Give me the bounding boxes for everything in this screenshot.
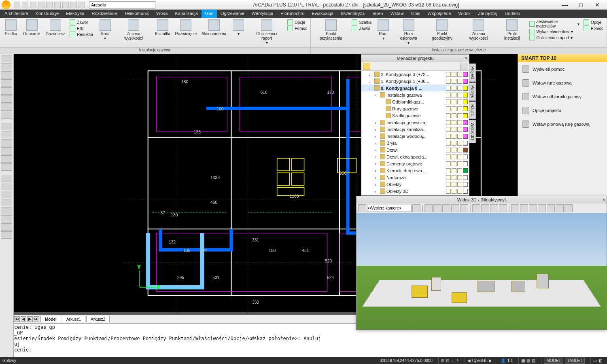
menu-tab-konstrukcje[interactable]: Konstrukcje bbox=[32, 10, 62, 18]
snap-toggle-icon[interactable]: ⊡ bbox=[446, 358, 449, 363]
view3d-tool-icon[interactable] bbox=[472, 204, 480, 212]
window-close-button[interactable]: ✕ bbox=[589, 0, 605, 10]
tool-icon[interactable] bbox=[1, 104, 12, 111]
menu-tab-architektura[interactable]: Architektura bbox=[1, 10, 32, 18]
tool-icon[interactable] bbox=[1, 231, 12, 239]
menu-tab-piorunochro[interactable]: Piorunochro bbox=[277, 10, 308, 18]
ribbon-rura-button[interactable]: Rura▾ bbox=[96, 19, 115, 41]
view3d-tool-icon[interactable] bbox=[565, 204, 573, 212]
ribbon-zawor2-button[interactable]: Zawór bbox=[352, 25, 371, 31]
qat-open-icon[interactable] bbox=[22, 2, 28, 8]
smart-item[interactable]: Wstaw rurę gazową bbox=[518, 76, 607, 90]
ribbon-profil-button[interactable]: Profil instalacji bbox=[497, 19, 526, 41]
ribbon-opcje1-button[interactable]: Opcje bbox=[287, 19, 307, 25]
smart-item[interactable]: Opcje projektu bbox=[518, 104, 607, 117]
qat-redo-icon[interactable] bbox=[54, 2, 61, 8]
visual-style-select[interactable] bbox=[89, 1, 155, 8]
view3d-tool-icon[interactable] bbox=[442, 204, 450, 212]
tool-icon[interactable] bbox=[1, 215, 12, 222]
view3d-tool-icon[interactable] bbox=[556, 204, 564, 212]
snap-toggle-icon[interactable]: ⌖ bbox=[456, 358, 459, 363]
menu-tab-woda[interactable]: Woda bbox=[153, 10, 172, 18]
tool-icon[interactable] bbox=[1, 155, 12, 163]
project-manager-panel[interactable]: Menadżer projektu× ›2. Kondygnacja 3 (+7… bbox=[361, 54, 469, 196]
menu-tab-widok[interactable]: Widok bbox=[454, 10, 474, 18]
ribbon-filtr-button[interactable]: Filtr bbox=[70, 25, 93, 31]
tab-model[interactable]: Model bbox=[40, 316, 61, 322]
tool-icon[interactable] bbox=[1, 71, 12, 78]
ribbon-zawor-button[interactable]: Zawór bbox=[70, 19, 93, 25]
tree-row[interactable]: Odbiorniki gaz... bbox=[361, 98, 469, 105]
tool-icon[interactable] bbox=[1, 131, 12, 138]
ribbon-zestawienie-button[interactable]: Zestawienie materiałów ▾ bbox=[529, 19, 579, 28]
menu-tab-dodatki[interactable]: Dodatki bbox=[501, 10, 523, 18]
menu-tab-elektryka[interactable]: Elektryka bbox=[62, 10, 88, 18]
sidetab-rzut 1[interactable]: Rzut 1 bbox=[469, 102, 476, 119]
status-tool-icon[interactable]: ▤ bbox=[526, 358, 530, 363]
ribbon-wykaz-button[interactable]: Wykaz elementów ▾ bbox=[529, 29, 579, 34]
project-manager-header[interactable]: Menadżer projektu× bbox=[361, 55, 469, 62]
view3d-tool-icon[interactable] bbox=[490, 204, 498, 212]
menu-tab-wentylacja[interactable]: Wentylacja bbox=[248, 10, 277, 18]
tool-icon[interactable] bbox=[1, 183, 12, 190]
tool-icon[interactable] bbox=[1, 191, 12, 198]
ribbon-szafka2-button[interactable]: Szafka bbox=[352, 19, 371, 25]
ribbon-ksztaltki-button[interactable]: Kształtki bbox=[153, 19, 172, 37]
tree-row[interactable]: ›Kierunki dróg ewa... bbox=[361, 167, 469, 174]
status-tool-icon[interactable]: ▦ bbox=[521, 358, 525, 363]
camera-select[interactable] bbox=[367, 205, 412, 212]
view3d-tool-icon[interactable] bbox=[481, 204, 489, 212]
close-icon[interactable]: × bbox=[465, 55, 468, 61]
menu-tab-inwentaryza[interactable]: Inwentaryza bbox=[337, 10, 368, 18]
tree-row[interactable]: ›1. Kondygnacja 1 (+36... bbox=[361, 78, 469, 85]
qat-save-icon[interactable] bbox=[30, 2, 36, 8]
view3d-panel[interactable]: Widok 3D - [Nieaktywny] × bbox=[356, 196, 607, 330]
view3d-header[interactable]: Widok 3D - [Nieaktywny] × bbox=[357, 196, 607, 203]
menu-tab-wstaw[interactable]: Wstaw bbox=[387, 10, 407, 18]
tree-row[interactable]: Szafki gazowe bbox=[361, 112, 469, 119]
view3d-scene[interactable] bbox=[357, 213, 607, 330]
ribbon-pomoc1-button[interactable]: Pomoc bbox=[287, 25, 307, 31]
tool-icon[interactable] bbox=[1, 112, 12, 119]
ribbon-punkt-geo-button[interactable]: Punkt geodezyjny bbox=[424, 19, 460, 41]
smart-item[interactable]: Wstaw odbiornik gazowy bbox=[518, 90, 607, 104]
view3d-tool-icon[interactable] bbox=[433, 204, 441, 212]
menu-tab-ogrzewanie[interactable]: Ogrzewanie bbox=[217, 10, 248, 18]
snap-toggle-icon[interactable]: ∟ bbox=[451, 358, 455, 363]
tool-icon[interactable] bbox=[1, 87, 12, 95]
tool-icon[interactable] bbox=[1, 199, 12, 206]
tool-icon[interactable] bbox=[1, 63, 12, 70]
ribbon-obliczenia2-button[interactable]: Obliczenia i raport ▾ bbox=[529, 35, 579, 40]
tab-arkusz1[interactable]: Arkusz1 bbox=[62, 316, 85, 322]
tab-first-icon[interactable]: ⏮ bbox=[14, 316, 20, 322]
smart-item[interactable]: Wyświetl pomoc bbox=[518, 62, 607, 76]
menu-tab-rozdzielnice[interactable]: Rozdzielnice bbox=[88, 10, 120, 18]
status-render[interactable]: ◀ OpenGL ▶ bbox=[465, 357, 495, 364]
tree-row[interactable]: ›Elementy prętowe bbox=[361, 160, 469, 167]
menu-tab-teren[interactable]: Teren bbox=[368, 10, 387, 18]
ribbon-rura-ext-button[interactable]: Rura▾ bbox=[374, 19, 393, 41]
status-tool-icon[interactable]: ◧ bbox=[599, 358, 602, 363]
menu-tab-gaz[interactable]: Gaz bbox=[202, 10, 217, 18]
tree-row[interactable]: ›Instalacja kanaliza... bbox=[361, 126, 469, 133]
ribbon-gazomierz-button[interactable]: Gazomierz bbox=[43, 19, 67, 37]
tool-icon[interactable] bbox=[1, 175, 12, 182]
ribbon-odbiornik-button[interactable]: Odbiornik bbox=[21, 19, 42, 37]
menu-tab-kanalizacja[interactable]: Kanalizacja bbox=[172, 10, 202, 18]
view3d-tool-icon[interactable] bbox=[451, 204, 459, 212]
qat-saveall-icon[interactable] bbox=[38, 2, 45, 8]
tree-row[interactable]: ›Drzwi, okna specja... bbox=[361, 153, 469, 160]
ribbon-reduktor-button[interactable]: Reduktor bbox=[70, 32, 93, 37]
tool-icon[interactable] bbox=[1, 79, 12, 87]
tool-icon[interactable] bbox=[1, 55, 12, 62]
view3d-tool-icon[interactable] bbox=[511, 204, 519, 212]
view3d-tool-icon[interactable] bbox=[412, 204, 420, 212]
window-maximize-button[interactable]: ◻ bbox=[573, 0, 589, 10]
ribbon-rura-oslon-button[interactable]: Rura osłonowa▾ bbox=[393, 19, 424, 46]
ribbon-pad-button[interactable]: ▾ bbox=[229, 19, 248, 37]
tree-row[interactable]: ›2. Kondygnacja 3 (+72... bbox=[361, 71, 469, 78]
tool-icon[interactable] bbox=[1, 223, 12, 231]
smart-item[interactable]: Wstaw pionową rurę gazową bbox=[518, 117, 607, 131]
sidetab-projekt[interactable]: Projekt bbox=[469, 63, 476, 82]
window-minimize-button[interactable]: — bbox=[557, 0, 573, 10]
